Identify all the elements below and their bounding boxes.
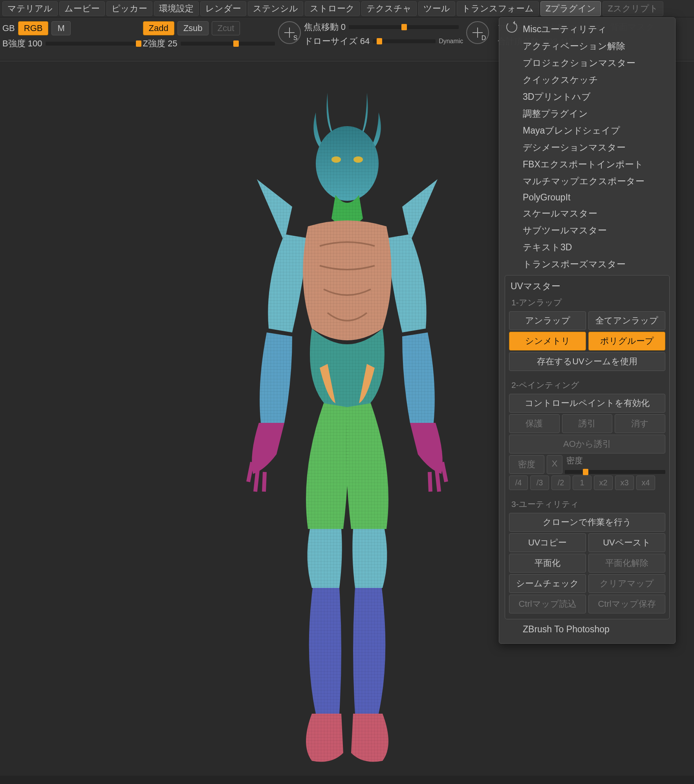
dd-item-11[interactable]: スケールマスター (499, 205, 675, 222)
dd-item-5[interactable]: 調整プラグイン (499, 105, 675, 122)
density-button[interactable]: 密度 (509, 455, 544, 474)
zcut-button[interactable]: Zcut (212, 21, 240, 35)
d-letter: D (482, 35, 486, 42)
density-mult-x4[interactable]: x4 (636, 476, 655, 490)
dd-item-8[interactable]: FBXエクスポートインポート (499, 156, 675, 173)
s-letter: S (293, 35, 298, 42)
menu-10[interactable]: Zプラグイン (540, 1, 601, 16)
menu-9[interactable]: トランスフォーム (457, 1, 539, 16)
menubar: マテリアルムービーピッカー環境設定レンダーステンシルストロークテクスチャツールト… (0, 0, 694, 17)
dd-item-3[interactable]: クイックスケッチ (499, 72, 675, 88)
d-circle-button[interactable]: D (466, 21, 489, 44)
symmetry-button[interactable]: シンメトリ (509, 332, 586, 351)
menu-7[interactable]: テクスチャ (361, 1, 417, 16)
gb-label: GB (2, 23, 15, 33)
clone-button[interactable]: クローンで作業を行う (509, 513, 665, 532)
dd-item-zbrush-photoshop[interactable]: ZBrush To Photoshop (499, 622, 675, 637)
flatten-button[interactable]: 平面化 (509, 554, 586, 573)
dd-item-1[interactable]: アクティベーション解除 (499, 38, 675, 55)
density-x-button[interactable]: X (547, 455, 562, 474)
clearmap-button[interactable]: クリアマップ (588, 574, 665, 593)
z-intensity-label: Z強度 25 (143, 38, 178, 50)
menu-0[interactable]: マテリアル (2, 1, 58, 16)
uvcopy-button[interactable]: UVコピー (509, 533, 586, 552)
b-intensity-label: B強度 100 (2, 38, 42, 50)
recent-icon[interactable] (506, 22, 517, 33)
uvmaster-panel: UVマスター 1-アンラップ アンラップ 全てアンラップ シンメトリ ポリグルー… (505, 275, 670, 619)
svg-point-5 (316, 126, 379, 201)
dd-item-14[interactable]: トランスポーズマスター (499, 256, 675, 273)
svg-point-6 (331, 156, 341, 163)
density-mult-x2[interactable]: x2 (594, 476, 613, 490)
dd-item-6[interactable]: Mayaブレンドシェイプ (499, 122, 675, 139)
m-button[interactable]: M (51, 21, 70, 35)
menu-6[interactable]: ストローク (305, 1, 360, 16)
ao-attract-button[interactable]: AOから誘引 (509, 435, 665, 454)
dd-item-4[interactable]: 3Dプリントハブ (499, 88, 675, 105)
focal-slider[interactable] (349, 25, 459, 29)
dynamic-label[interactable]: Dynamic (439, 38, 463, 45)
dd-item-10[interactable]: PolyGroupIt (499, 190, 675, 205)
sec3-label: 3-ユーティリティ (509, 497, 665, 511)
protect-button[interactable]: 保護 (509, 414, 560, 433)
polygroups-button[interactable]: ポリグループ (588, 332, 665, 351)
sec1-label: 1-アンラップ (509, 296, 665, 310)
density-mult-/2[interactable]: /2 (551, 476, 570, 490)
draw-slider[interactable] (373, 39, 436, 43)
draw-label: ドローサイズ 64 (304, 35, 370, 47)
zadd-button[interactable]: Zadd (143, 21, 174, 35)
menu-11[interactable]: Zスクリプト (602, 1, 663, 16)
dd-item-13[interactable]: テキスト3D (499, 239, 675, 256)
sec2-label: 2-ペインティング (509, 378, 665, 392)
density-mult-x3[interactable]: x3 (615, 476, 634, 490)
uvmaster-title[interactable]: UVマスター (509, 279, 665, 296)
z-intensity-slider[interactable] (181, 42, 275, 46)
menu-2[interactable]: ピッカー (106, 1, 152, 16)
unwrap-button[interactable]: アンラップ (509, 311, 586, 330)
b-intensity-slider[interactable] (46, 42, 140, 46)
menu-8[interactable]: ツール (418, 1, 455, 16)
density-mult-1[interactable]: 1 (573, 476, 591, 490)
menu-1[interactable]: ムービー (59, 1, 105, 16)
density2-label: 密度 (565, 455, 665, 466)
menu-3[interactable]: 環境設定 (154, 1, 199, 16)
unflatten-button[interactable]: 平面化解除 (588, 554, 665, 573)
dd-item-7[interactable]: デシメーションマスター (499, 139, 675, 156)
dd-item-12[interactable]: サブツールマスター (499, 222, 675, 239)
density-mult-/4[interactable]: /4 (509, 476, 528, 490)
zsub-button[interactable]: Zsub (178, 21, 209, 35)
dd-item-2[interactable]: プロジェクションマスター (499, 55, 675, 72)
menu-5[interactable]: ステンシル (248, 1, 303, 16)
svg-point-7 (353, 156, 363, 163)
ctrlload-button[interactable]: Ctrlマップ読込 (509, 595, 586, 613)
model-illustration (186, 77, 508, 769)
uvpaste-button[interactable]: UVペースト (588, 533, 665, 552)
s-circle-button[interactable]: S (278, 21, 301, 44)
erase-button[interactable]: 消す (615, 414, 665, 433)
density-mult-/3[interactable]: /3 (530, 476, 549, 490)
density-slider[interactable] (565, 470, 665, 474)
menu-4[interactable]: レンダー (200, 1, 246, 16)
seamcheck-button[interactable]: シームチェック (509, 574, 586, 593)
cp-enable-button[interactable]: コントロールペイントを有効化 (509, 394, 665, 413)
dd-item-0[interactable]: Miscユーティリティ (499, 21, 675, 38)
dd-item-9[interactable]: マルチマップエクスポーター (499, 173, 675, 190)
existing-seams-button[interactable]: 存在するUVシームを使用 (509, 352, 665, 371)
zplugin-dropdown: Miscユーティリティアクティベーション解除プロジェクションマスタークイックスケ… (499, 17, 676, 644)
unwrap-all-button[interactable]: 全てアンラップ (588, 311, 665, 330)
ctrlsave-button[interactable]: Ctrlマップ保存 (588, 595, 665, 613)
focal-label: 焦点移動 0 (304, 21, 346, 33)
attract-button[interactable]: 誘引 (562, 414, 613, 433)
rgb-button[interactable]: RGB (18, 21, 49, 35)
